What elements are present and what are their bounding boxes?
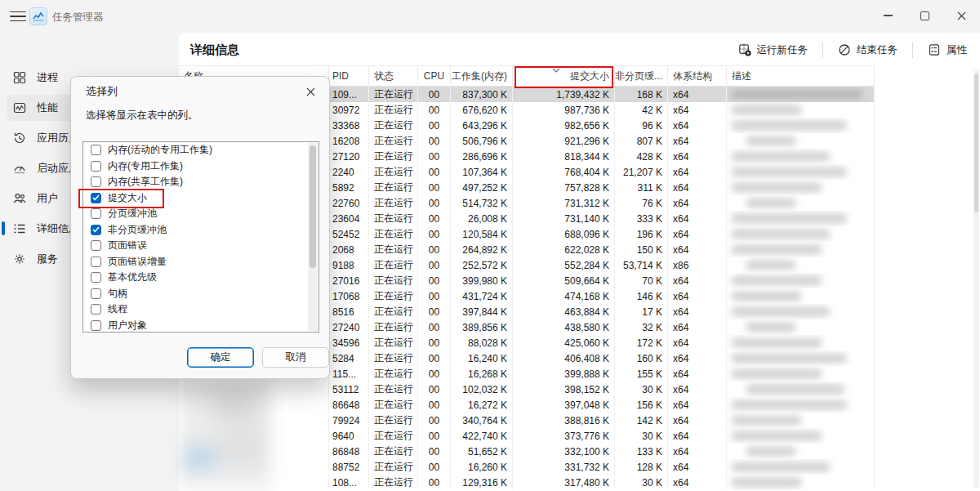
column-option[interactable]: 页面错误增量 — [83, 254, 318, 270]
column-header-architecture[interactable]: 体系结构 — [668, 66, 727, 86]
cell-architecture: x64 — [668, 413, 727, 428]
cell-working-set: 643,296 K — [451, 118, 513, 133]
scrollbar-thumb[interactable] — [974, 74, 978, 212]
checkbox[interactable] — [91, 272, 101, 283]
column-option[interactable]: 页面错误 — [83, 238, 318, 254]
cell-nonpaged-pool: 160 K — [615, 350, 668, 366]
cell-commit-size: 438,580 K — [513, 319, 615, 335]
table-row[interactable]: 9640 正在运行 00 422,740 K 373,776 K 30 K x6… — [179, 428, 875, 444]
column-option[interactable]: 分页缓冲池 — [83, 206, 318, 222]
properties-label: 属性 — [947, 43, 967, 57]
column-header-description[interactable]: 描述 — [727, 66, 875, 86]
table-row[interactable]: 88752 正在运行 00 16,260 K 331,732 K 128 K x… — [179, 459, 875, 475]
cancel-button[interactable]: 取消 — [262, 347, 329, 368]
cell-pid: 52452 — [329, 226, 369, 242]
cell-pid: 27240 — [329, 319, 369, 335]
vertical-scrollbar[interactable] — [973, 70, 979, 488]
cell-description-redacted — [727, 459, 875, 475]
column-option[interactable]: 内存(专用工作集) — [83, 158, 318, 175]
table-row[interactable]: 53112 正在运行 00 102,032 K 398,152 K 30 K x… — [179, 382, 875, 397]
column-header-pid[interactable]: PID — [329, 66, 369, 86]
table-row[interactable]: 108... 正在运行 00 129,316 K 317,480 K 30 K … — [179, 475, 875, 490]
column-header-cpu[interactable]: CPU — [418, 66, 451, 86]
column-option[interactable]: 线程 — [83, 301, 318, 318]
cell-commit-size: 406,408 K — [513, 350, 615, 366]
cell-pid: 115... — [329, 366, 369, 382]
cell-working-set: 514,732 K — [451, 195, 513, 211]
cell-working-set: 506,796 K — [451, 133, 513, 149]
cell-status: 正在运行 — [369, 397, 418, 413]
selected-item-indicator — [2, 221, 5, 235]
checkbox[interactable] — [91, 161, 101, 172]
cell-cpu: 00 — [418, 87, 451, 102]
column-header-working-set[interactable]: 工作集(内存) — [451, 66, 513, 86]
run-new-task-button[interactable]: 运行新任务 — [732, 40, 815, 60]
cell-commit-size: 757,828 K — [513, 180, 615, 195]
cell-architecture: x64 — [668, 475, 727, 490]
checkbox[interactable] — [91, 288, 101, 299]
end-task-icon — [838, 43, 851, 56]
cell-commit-size: 399,888 K — [513, 366, 615, 382]
cell-cpu: 00 — [418, 133, 451, 149]
column-header-nonpaged-pool[interactable]: 非分页缓... — [615, 66, 668, 86]
hamburger-menu-icon[interactable] — [10, 9, 26, 24]
cell-pid: 53112 — [329, 382, 369, 397]
cell-working-set: 16,268 K — [451, 366, 513, 382]
cell-cpu: 00 — [418, 257, 451, 273]
table-row[interactable]: 79924 正在运行 00 340,764 K 388,816 K 142 K … — [179, 413, 875, 428]
column-option[interactable]: 非分页缓冲池 — [83, 222, 318, 239]
column-option[interactable]: 用户对象 — [83, 318, 318, 333]
column-header-commit-size[interactable]: 提交大小 — [513, 66, 615, 86]
redacted-description-blur — [746, 447, 795, 456]
cell-pid: 86648 — [329, 397, 369, 413]
cell-working-set: 102,032 K — [451, 382, 513, 397]
cell-cpu: 00 — [418, 273, 451, 288]
minimize-button[interactable] — [870, 0, 906, 31]
checkbox[interactable] — [91, 257, 101, 267]
ok-button[interactable]: 确定 — [187, 347, 254, 368]
maximize-button[interactable] — [906, 0, 943, 31]
table-row[interactable]: 86648 正在运行 00 16,272 K 397,048 K 156 K x… — [179, 397, 875, 413]
column-listbox: 内存(活动的专用工作集) 内存(专用工作集) 内存(共享工作集) 提交大小 — [82, 141, 319, 333]
cell-status: 正在运行 — [369, 133, 418, 149]
checkbox[interactable] — [91, 193, 101, 203]
column-option[interactable]: 内存(共享工作集) — [83, 174, 318, 190]
properties-button[interactable]: 属性 — [921, 40, 973, 60]
column-option[interactable]: 提交大小 — [83, 190, 318, 207]
cell-architecture: x64 — [668, 87, 727, 102]
cell-working-set: 399,980 K — [451, 273, 513, 288]
listbox-scrollbar-thumb[interactable] — [310, 145, 316, 268]
redacted-description-blur — [732, 462, 830, 471]
checkbox[interactable] — [91, 176, 101, 187]
column-header-status[interactable]: 状态 — [369, 66, 418, 86]
redacted-description-blur — [732, 230, 830, 239]
cell-working-set: 389,856 K — [451, 319, 513, 335]
listbox-scrollbar[interactable] — [308, 143, 318, 331]
checkbox[interactable] — [91, 304, 101, 315]
checkbox[interactable] — [91, 240, 101, 251]
cell-cpu: 00 — [418, 304, 451, 319]
column-option[interactable]: 内存(活动的专用工作集) — [83, 142, 318, 158]
cell-description-redacted — [727, 226, 875, 242]
checkbox[interactable] — [91, 225, 101, 235]
cell-nonpaged-pool: 150 K — [615, 242, 668, 257]
cell-status: 正在运行 — [369, 195, 418, 211]
column-option[interactable]: 基本优先级 — [83, 270, 318, 286]
checkbox[interactable] — [91, 208, 101, 219]
close-button[interactable] — [943, 0, 980, 31]
cell-description-redacted — [727, 102, 875, 118]
cell-pid: 34596 — [329, 335, 369, 350]
checkbox[interactable] — [91, 145, 101, 155]
cell-cpu: 00 — [418, 366, 451, 382]
checkbox[interactable] — [91, 320, 101, 331]
cell-description-redacted — [727, 288, 875, 304]
run-new-task-label: 运行新任务 — [757, 43, 808, 57]
redacted-description-blur — [746, 136, 795, 145]
cell-working-set: 129,316 K — [451, 475, 513, 490]
dialog-close-icon[interactable] — [301, 83, 319, 100]
task-manager-window: 任务管理器 进程 性能 应用历史记录 启动应用 用户 — [0, 0, 980, 491]
cell-pid: 22760 — [329, 195, 369, 211]
column-option[interactable]: 句柄 — [83, 286, 318, 302]
table-row[interactable]: 86848 正在运行 00 51,652 K 332,100 K 133 K x… — [179, 444, 875, 459]
end-task-button[interactable]: 结束任务 — [831, 40, 904, 60]
